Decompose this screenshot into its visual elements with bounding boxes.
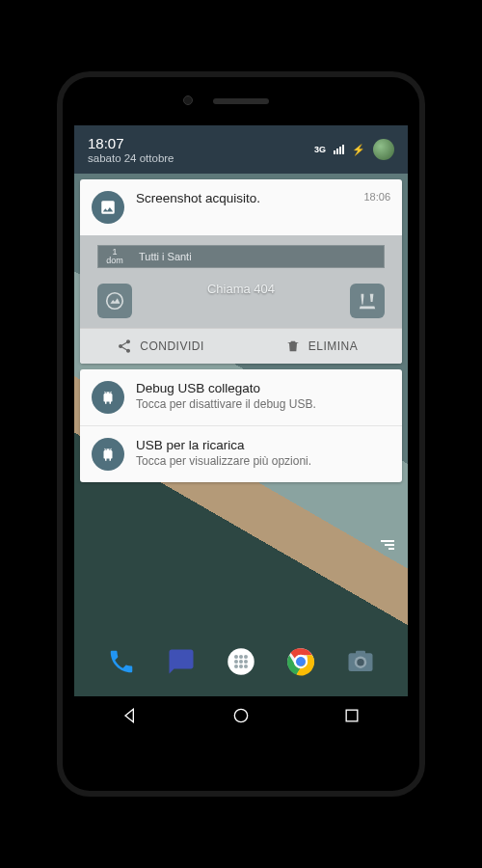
app-drawer-icon[interactable] [222, 642, 260, 681]
camera-app-icon[interactable] [341, 642, 380, 681]
home-button[interactable] [231, 706, 251, 729]
messages-app-icon[interactable] [162, 642, 201, 681]
status-date: sabato 24 ottobre [88, 152, 174, 164]
notification-body: Tocca per disattivare il debug USB. [136, 397, 390, 411]
shade-header[interactable]: 18:07 sabato 24 ottobre 3G ⚡ [74, 125, 408, 174]
svg-point-9 [244, 665, 248, 668]
notification-body: Tocca per visualizzare più opzioni. [136, 454, 390, 468]
svg-point-4 [234, 660, 238, 664]
trash-icon [285, 339, 301, 354]
user-avatar[interactable] [373, 139, 394, 160]
notification-title: Debug USB collegato [136, 381, 390, 395]
image-icon [92, 191, 124, 224]
svg-point-3 [244, 655, 248, 659]
share-icon [117, 339, 132, 354]
svg-point-7 [234, 665, 238, 668]
gallery-icon [97, 284, 132, 318]
notification-shade[interactable]: 18:07 sabato 24 ottobre 3G ⚡ Screenshot … [74, 125, 408, 482]
notification-title: Screenshot acquisito. [136, 191, 352, 205]
svg-point-6 [244, 660, 248, 664]
signal-icon [334, 145, 344, 154]
android-icon [92, 381, 124, 414]
expand-icon[interactable] [381, 540, 394, 550]
usb-debug-notification[interactable]: Debug USB collegato Tocca per disattivar… [80, 369, 402, 425]
svg-rect-16 [356, 651, 365, 655]
delete-label: ELIMINA [308, 339, 359, 353]
system-notification-group: Debug USB collegato Tocca per disattivar… [80, 369, 402, 482]
screenshot-preview[interactable]: 1dom Tutti i Santi Chiama 404 [80, 235, 402, 328]
charging-icon: ⚡ [352, 144, 365, 156]
status-time: 18:07 [88, 135, 174, 151]
home-dock [74, 642, 408, 681]
svg-point-11 [296, 657, 306, 666]
back-button[interactable] [120, 706, 140, 729]
svg-point-1 [234, 655, 238, 659]
svg-point-15 [357, 659, 364, 666]
notification-timestamp: 18:06 [363, 191, 390, 203]
share-label: CONDIVIDI [140, 339, 204, 353]
screenshot-notification[interactable]: Screenshot acquisito. 18:06 1dom Tutti i… [80, 179, 402, 364]
play-store-icon [350, 284, 385, 318]
screen: 18:07 sabato 24 ottobre 3G ⚡ Screenshot … [74, 125, 408, 739]
svg-point-18 [234, 709, 247, 721]
delete-action[interactable]: ELIMINA [241, 329, 402, 364]
device-frame: 18:07 sabato 24 ottobre 3G ⚡ Screenshot … [63, 77, 419, 791]
navigation-bar [74, 696, 408, 739]
svg-point-2 [239, 655, 243, 659]
share-action[interactable]: CONDIVIDI [80, 329, 241, 364]
svg-point-8 [239, 665, 243, 668]
phone-app-icon[interactable] [102, 642, 141, 681]
svg-point-17 [107, 293, 123, 310]
svg-rect-19 [346, 710, 358, 721]
recents-button[interactable] [342, 706, 362, 729]
earpiece [213, 98, 269, 104]
chrome-app-icon[interactable] [281, 642, 320, 681]
network-type: 3G [314, 145, 326, 154]
android-icon [92, 438, 124, 471]
notification-title: USB per la ricarica [136, 438, 390, 452]
svg-point-5 [239, 660, 243, 664]
usb-charge-notification[interactable]: USB per la ricarica Tocca per visualizza… [80, 425, 402, 482]
front-camera [183, 95, 193, 105]
calendar-widget: 1dom Tutti i Santi [97, 245, 385, 268]
